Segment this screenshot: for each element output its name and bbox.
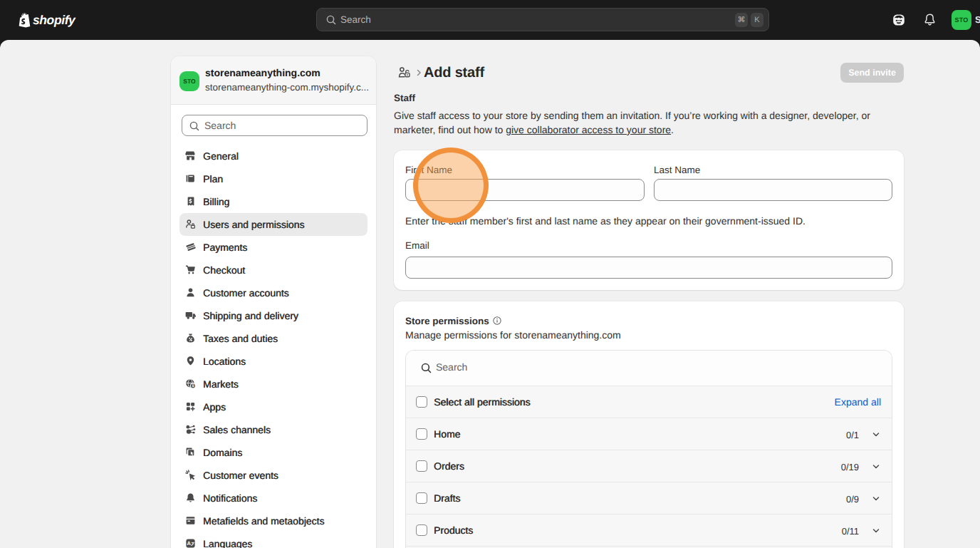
- svg-text:$: $: [192, 384, 194, 388]
- svg-text:A: A: [187, 542, 190, 547]
